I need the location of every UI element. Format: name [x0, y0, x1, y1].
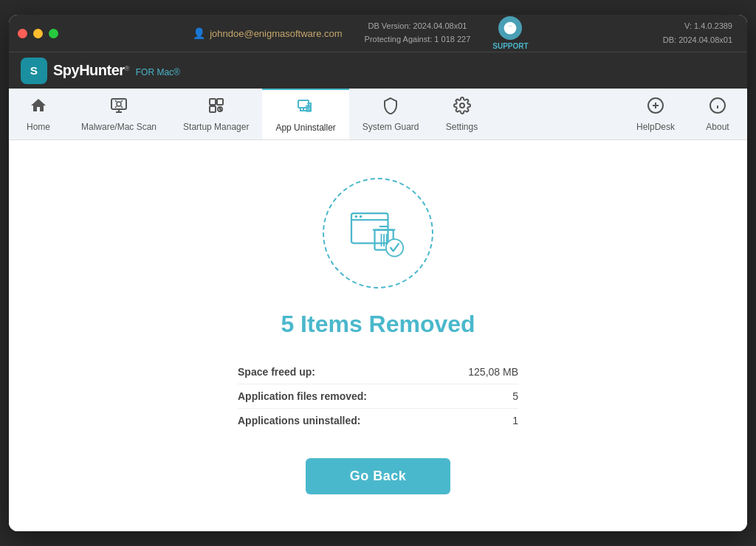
- startup-icon: [207, 97, 225, 119]
- titlebar-center: 👤 johndoe@enigmasoftware.com DB Version:…: [58, 16, 663, 50]
- nav-helpdesk-label: HelpDesk: [636, 122, 675, 132]
- db-info: DB Version: 2024.04.08x01 Protecting Aga…: [365, 20, 471, 46]
- uninstaller-icon: [297, 97, 315, 120]
- svg-rect-5: [217, 99, 223, 105]
- minimize-button[interactable]: [33, 29, 43, 38]
- about-icon: [709, 97, 726, 119]
- nav-startup[interactable]: Startup Manager: [170, 89, 262, 139]
- user-email: 👤 johndoe@enigmasoftware.com: [193, 27, 342, 39]
- go-back-button[interactable]: Go Back: [306, 458, 451, 494]
- stat-row-apps: Applications uninstalled: 1: [238, 409, 518, 432]
- svg-rect-2: [111, 99, 126, 109]
- helpdesk-icon: [647, 97, 664, 119]
- main-content: 5 Items Removed Space freed up: 125,08 M…: [9, 140, 747, 531]
- stat-label-files: Application files removed:: [238, 390, 367, 402]
- logo-icon: S: [21, 58, 47, 84]
- nav-settings-label: Settings: [446, 122, 478, 132]
- maximize-button[interactable]: [49, 29, 58, 38]
- nav-sysguard[interactable]: System Guard: [349, 89, 433, 139]
- svg-point-23: [360, 215, 362, 218]
- svg-point-3: [117, 102, 121, 106]
- settings-icon: [453, 97, 471, 119]
- svg-rect-20: [351, 213, 388, 243]
- stat-row-space: Space freed up: 125,08 MB: [238, 360, 518, 384]
- nav-startup-label: Startup Manager: [183, 122, 249, 132]
- sysguard-icon: [382, 97, 399, 119]
- nav-about[interactable]: About: [688, 89, 747, 139]
- stat-label-apps: Applications uninstalled:: [238, 415, 360, 426]
- svg-rect-6: [210, 106, 216, 112]
- logo-text: SpyHunter® FOR Mac®: [53, 62, 180, 79]
- svg-point-22: [355, 215, 358, 218]
- result-title: 5 Items Removed: [281, 311, 475, 338]
- stat-row-files: Application files removed: 5: [238, 384, 518, 409]
- nav-uninstaller-label: App Uninstaller: [275, 122, 335, 133]
- close-button[interactable]: [18, 29, 27, 38]
- nav-home-label: Home: [27, 122, 50, 132]
- nav-sysguard-label: System Guard: [362, 122, 419, 132]
- svg-point-30: [386, 239, 403, 256]
- svg-point-13: [460, 103, 464, 108]
- nav-home[interactable]: Home: [9, 89, 68, 139]
- nav-malware[interactable]: Malware/Mac Scan: [68, 89, 170, 139]
- svg-rect-8: [298, 100, 309, 108]
- svg-text:S: S: [30, 63, 38, 76]
- nav-malware-label: Malware/Mac Scan: [81, 122, 157, 132]
- nav-helpdesk[interactable]: HelpDesk: [623, 89, 688, 139]
- home-icon: [30, 97, 47, 119]
- app-logo: S SpyHunter® FOR Mac®: [21, 58, 180, 84]
- nav-settings[interactable]: Settings: [433, 89, 492, 139]
- support-button[interactable]: SUPPORT: [492, 16, 528, 50]
- traffic-lights: [18, 29, 58, 38]
- stats-table: Space freed up: 125,08 MB Application fi…: [238, 360, 518, 432]
- stat-value-files: 5: [512, 390, 518, 402]
- stat-label-space: Space freed up:: [238, 366, 315, 378]
- malware-icon: [110, 97, 128, 119]
- logo-bar: S SpyHunter® FOR Mac®: [9, 52, 747, 89]
- uninstall-result-icon: [345, 200, 411, 266]
- titlebar: 👤 johndoe@enigmasoftware.com DB Version:…: [9, 15, 747, 52]
- nav-about-label: About: [706, 122, 729, 132]
- stat-value-apps: 1: [512, 415, 518, 426]
- nav-uninstaller[interactable]: App Uninstaller: [262, 89, 348, 139]
- support-icon: [498, 16, 522, 40]
- navbar: Home Malware/Mac Scan Startup Manager Ap…: [9, 89, 747, 140]
- result-icon-container: [323, 178, 433, 288]
- stat-value-space: 125,08 MB: [468, 366, 518, 378]
- version-info: V: 1.4.0.2389 DB: 2024.04.08x01: [663, 19, 732, 46]
- svg-rect-4: [210, 99, 216, 105]
- user-icon: 👤: [193, 27, 205, 39]
